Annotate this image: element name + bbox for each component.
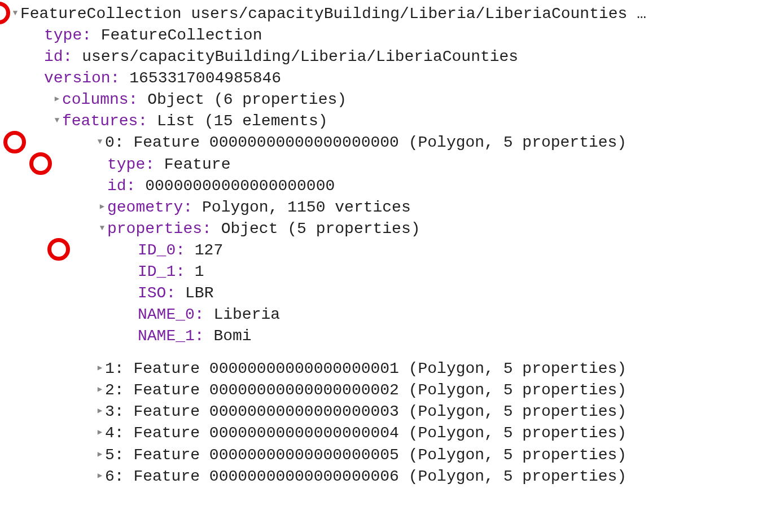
key-label: ISO: bbox=[138, 284, 176, 302]
node-header: Feature 00000000000000000000 (Polygon, 5… bbox=[124, 134, 627, 151]
tree-node-feature[interactable]: 6: Feature 00000000000000000006 (Polygon… bbox=[60, 466, 771, 487]
key-label: type: bbox=[107, 156, 155, 173]
tree-leaf-id[interactable]: id: 00000000000000000000 bbox=[53, 175, 771, 197]
value-text: users/capacityBuilding/Liberia/LiberiaCo… bbox=[72, 48, 518, 65]
index-label: 6: bbox=[105, 468, 124, 485]
node-header: Feature 00000000000000000002 (Polygon, 5… bbox=[124, 381, 627, 399]
tree-leaf-version[interactable]: version: 1653317004985846 bbox=[26, 68, 771, 89]
value-text: 127 bbox=[185, 241, 223, 259]
node-header: Feature 00000000000000000003 (Polygon, 5… bbox=[124, 403, 627, 420]
tree-node-feature[interactable]: 3: Feature 00000000000000000003 (Polygon… bbox=[60, 401, 771, 423]
value-text: List (15 elements) bbox=[147, 112, 327, 130]
tree-node-feature[interactable]: 4: Feature 00000000000000000004 (Polygon… bbox=[60, 423, 771, 444]
tree-node-geometry[interactable]: geometry: Polygon, 1150 vertices bbox=[43, 197, 771, 218]
caret-right-icon[interactable] bbox=[95, 361, 105, 376]
caret-right-icon[interactable] bbox=[95, 447, 105, 463]
key-label: features: bbox=[62, 112, 147, 130]
tree-node-features[interactable]: features: List (15 elements) bbox=[34, 111, 771, 132]
value-text: Bomi bbox=[204, 327, 252, 345]
node-header: Feature 00000000000000000006 (Polygon, 5… bbox=[124, 468, 627, 485]
node-header: Feature 00000000000000000005 (Polygon, 5… bbox=[124, 446, 627, 464]
key-label: id: bbox=[44, 48, 72, 65]
key-label: columns: bbox=[62, 91, 138, 108]
tree-node-feature[interactable]: 1: Feature 00000000000000000001 (Polygon… bbox=[60, 358, 771, 380]
tree-leaf-prop[interactable]: NAME_1: Bomi bbox=[50, 326, 771, 347]
value-text: 1653317004985846 bbox=[120, 69, 281, 87]
tree-leaf-type[interactable]: type: Feature bbox=[53, 154, 771, 175]
index-label: 1: bbox=[105, 360, 124, 377]
caret-right-icon[interactable] bbox=[95, 404, 105, 419]
index-label: 3: bbox=[105, 403, 124, 420]
node-header: FeatureCollection users/capacityBuilding… bbox=[20, 5, 646, 23]
tree-node-columns[interactable]: columns: Object (6 properties) bbox=[34, 89, 771, 111]
key-label: id: bbox=[107, 177, 135, 195]
key-label: NAME_1: bbox=[138, 327, 204, 345]
index-label: 5: bbox=[105, 446, 124, 464]
node-header: Feature 00000000000000000001 (Polygon, 5… bbox=[124, 360, 627, 377]
caret-down-icon[interactable] bbox=[97, 221, 107, 236]
tree-leaf-prop[interactable]: NAME_0: Liberia bbox=[50, 304, 771, 326]
caret-right-icon[interactable] bbox=[52, 92, 62, 107]
key-label: ID_0: bbox=[138, 241, 185, 259]
highlight-circle bbox=[0, 2, 10, 24]
tree-leaf-id[interactable]: id: users/capacityBuilding/Liberia/Liber… bbox=[26, 46, 771, 68]
caret-right-icon[interactable] bbox=[95, 382, 105, 398]
highlight-circle bbox=[3, 131, 26, 153]
value-text: LBR bbox=[176, 284, 213, 302]
index-label: 2: bbox=[105, 381, 124, 399]
key-label: type: bbox=[44, 27, 91, 44]
object-tree: FeatureCollection users/capacityBuilding… bbox=[0, 0, 771, 487]
caret-right-icon[interactable] bbox=[95, 425, 105, 441]
index-label: 0: bbox=[105, 134, 124, 151]
caret-down-icon[interactable] bbox=[10, 6, 20, 21]
value-text: Feature bbox=[155, 156, 230, 173]
value-text: 00000000000000000000 bbox=[135, 177, 335, 195]
value-text: Object (6 properties) bbox=[138, 91, 347, 108]
tree-node-properties[interactable]: properties: Object (5 properties) bbox=[43, 218, 771, 240]
tree-node-feature-0[interactable]: 0: Feature 00000000000000000000 (Polygon… bbox=[60, 132, 771, 153]
value-text: Object (5 properties) bbox=[212, 220, 420, 238]
node-header: Feature 00000000000000000004 (Polygon, 5… bbox=[124, 424, 627, 442]
key-label: ID_1: bbox=[138, 263, 185, 280]
caret-down-icon[interactable] bbox=[52, 113, 62, 129]
tree-leaf-prop[interactable]: ISO: LBR bbox=[50, 283, 771, 304]
key-label: properties: bbox=[107, 220, 212, 238]
key-label: version: bbox=[44, 69, 120, 87]
caret-right-icon[interactable] bbox=[97, 200, 107, 215]
highlight-circle bbox=[29, 152, 52, 175]
tree-leaf-prop[interactable]: ID_0: 127 bbox=[50, 240, 771, 261]
caret-right-icon[interactable] bbox=[95, 469, 105, 484]
value-text: Liberia bbox=[204, 306, 280, 323]
key-label: geometry: bbox=[107, 199, 192, 216]
tree-node-feature[interactable]: 5: Feature 00000000000000000005 (Polygon… bbox=[60, 445, 771, 466]
index-label: 4: bbox=[105, 424, 124, 442]
tree-leaf-prop[interactable]: ID_1: 1 bbox=[50, 261, 771, 283]
value-text: 1 bbox=[185, 263, 204, 280]
tree-node-feature[interactable]: 2: Feature 00000000000000000002 (Polygon… bbox=[60, 380, 771, 401]
tree-node-root[interactable]: FeatureCollection users/capacityBuilding… bbox=[10, 3, 771, 25]
caret-down-icon[interactable] bbox=[95, 135, 105, 150]
value-text: Polygon, 1150 vertices bbox=[192, 199, 410, 216]
tree-leaf-type[interactable]: type: FeatureCollection bbox=[26, 25, 771, 46]
key-label: NAME_0: bbox=[138, 306, 204, 323]
value-text: FeatureCollection bbox=[91, 27, 262, 44]
